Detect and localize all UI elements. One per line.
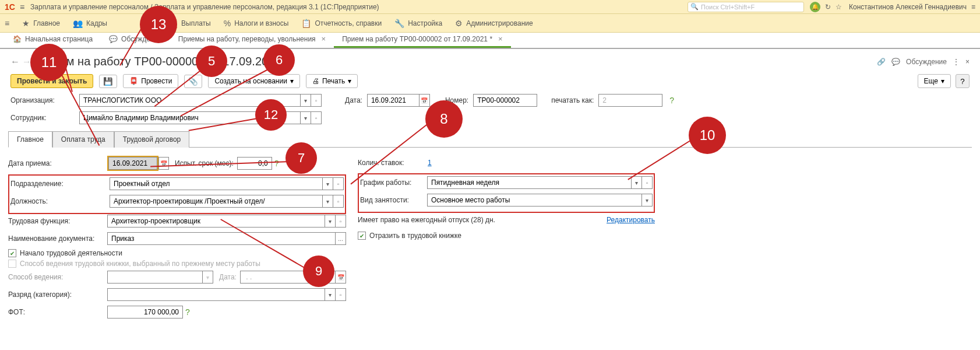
discuss-icon[interactable]: 💬 [891, 58, 900, 66]
schedule-label: График работы: [360, 178, 427, 187]
menu-nastroika[interactable]: 🔧Настройка [394, 19, 442, 28]
hire-date-label: Дата приема: [8, 159, 107, 167]
docname-label: Наименование документа: [8, 235, 107, 243]
dropdown-button[interactable]: ▾ [325, 288, 336, 301]
open-button[interactable]: ▫ [333, 195, 344, 208]
dropdown-button[interactable]: ▾ [323, 177, 333, 190]
page-title: Прием на работу ТР00-000002 от 17.09.202… [38, 55, 877, 68]
menu-main[interactable]: ★Главное [22, 19, 60, 28]
menu-kadry[interactable]: 👥Кадры [73, 19, 107, 28]
func-input[interactable] [107, 215, 325, 228]
docname-input[interactable] [107, 232, 336, 245]
position-label: Должность: [10, 197, 110, 205]
dropdown-button[interactable]: ▾ [632, 176, 642, 189]
post-icon: 📮 [129, 77, 138, 85]
hint-icon[interactable]: ? [669, 96, 674, 105]
printas-input[interactable] [598, 94, 662, 107]
star-icon[interactable]: ☆ [836, 3, 842, 11]
calendar-icon: 📅 [336, 271, 346, 284]
close-page-icon[interactable]: × [965, 58, 970, 66]
marker-11: 11 [30, 44, 68, 81]
calendar-icon[interactable]: 📅 [420, 94, 430, 107]
open-button[interactable]: ▫ [642, 176, 653, 189]
chevron-down-icon: ▾ [941, 77, 944, 85]
menu-nalogi[interactable]: %Налоги и взносы [224, 19, 289, 28]
chevron-down-icon: ▾ [348, 77, 351, 85]
bell-icon[interactable]: 🔔 [810, 2, 820, 12]
close-icon[interactable]: × [322, 34, 326, 43]
rank-input[interactable] [107, 288, 325, 301]
fot-input[interactable] [107, 306, 183, 318]
hint-icon[interactable]: ? [185, 307, 190, 317]
workbook-checkbox[interactable]: ✔ [358, 232, 366, 240]
chat-icon: 💬 [109, 35, 118, 43]
form-content: Дата приема: 📅 Испыт. срок (мес): ? Подр… [0, 148, 980, 323]
back-icon[interactable]: ← [10, 57, 20, 67]
marker-6: 6 [263, 44, 295, 76]
print-button[interactable]: 🖨Печать ▾ [306, 74, 358, 88]
tab-dogovor[interactable]: Трудовой договор [114, 131, 189, 148]
start-work-label: Начало трудовой деятельности [20, 249, 122, 257]
rank-label: Разряд (категория): [8, 290, 107, 299]
employee-row: Сотрудник: ▾ ▫ [0, 109, 980, 127]
chevron-down-icon: ▾ [290, 77, 294, 85]
tab-priem-doc[interactable]: Прием на работу ТР00-000002 от 17.09.202… [334, 32, 510, 48]
stavok-link[interactable]: 1 [428, 159, 432, 167]
menu-icon[interactable]: ≡ [971, 3, 975, 11]
hamburger-icon[interactable]: ≡ [20, 2, 24, 12]
menu-admin[interactable]: ⚙Администрирование [455, 19, 533, 28]
open-button[interactable]: ▫ [333, 177, 344, 190]
dropdown-button[interactable]: ▾ [301, 111, 311, 124]
hire-date-input[interactable] [108, 157, 157, 170]
schedule-input[interactable] [427, 176, 632, 189]
inner-tabs: Главное Оплата труда Трудовой договор [8, 131, 972, 148]
start-work-checkbox[interactable]: ✔ [8, 249, 16, 257]
tab-glavnoe[interactable]: Главное [8, 131, 52, 148]
kebab-icon[interactable]: ⋮ [953, 58, 960, 66]
edit-link[interactable]: Редактировать [607, 216, 655, 224]
discuss-label[interactable]: Обсуждение [906, 58, 947, 66]
org-row: Организация: ▾ ▫ Дата: 📅 Номер: печатать… [0, 92, 980, 109]
provesti-button[interactable]: 📮Провести [123, 74, 178, 88]
emptype-input[interactable] [427, 194, 642, 206]
printas-label: печатать как: [551, 96, 594, 104]
dept-input[interactable] [110, 177, 323, 190]
close-icon[interactable]: × [498, 34, 503, 43]
dropdown-button[interactable]: ▾ [325, 215, 336, 228]
history-icon[interactable]: ↻ [825, 3, 831, 11]
menu-otchet[interactable]: 📋Отчетность, справки [301, 19, 382, 28]
tab-priemy[interactable]: Приемы на работу, переводы, увольнения× [170, 32, 334, 48]
logo-1c: 1C [5, 2, 15, 12]
open-button[interactable]: ▫ [311, 94, 322, 107]
link-icon[interactable]: 🔗 [877, 58, 886, 66]
marker-9: 9 [303, 256, 334, 287]
search-input[interactable]: 🔍 Поиск Ctrl+Shift+F [688, 2, 804, 12]
dropdown-button[interactable]: ▾ [642, 194, 653, 206]
more-button[interactable]: Еще ▾ [918, 74, 951, 88]
fot-label: ФОТ: [8, 308, 107, 316]
dept-label: Подразделение: [10, 180, 110, 188]
open-button[interactable]: ▫ [311, 111, 322, 124]
employee-label: Сотрудник: [10, 114, 75, 122]
schedule-emptype-group: График работы: ▾▫ Вид занятости: ▾ [358, 173, 655, 213]
search-icon: 🔍 [690, 3, 699, 10]
position-input[interactable] [110, 195, 323, 208]
save-icon-button[interactable]: 💾 [99, 75, 117, 88]
user-name[interactable]: Константинов Алексей Геннадиевич [849, 3, 967, 11]
menu-burger[interactable]: ≡ [5, 19, 9, 28]
help-button[interactable]: ? [956, 74, 970, 88]
marker-12: 12 [255, 99, 287, 131]
dropdown-button[interactable]: ▾ [301, 94, 311, 107]
tab-oplata[interactable]: Оплата труда [52, 131, 114, 148]
dropdown-button[interactable]: ▾ [323, 195, 333, 208]
dept-position-group: Подразделение: ▾▫ Должность: ▾▫ [8, 174, 346, 214]
open-button[interactable]: ▫ [336, 288, 346, 301]
calendar-icon[interactable]: 📅 [158, 157, 169, 170]
hint-icon[interactable]: ? [274, 159, 279, 168]
number-input[interactable] [473, 94, 537, 107]
stavok-label: Колич. ставок: [358, 159, 428, 167]
date-input[interactable] [367, 94, 420, 107]
ellipsis-button[interactable]: ... [336, 232, 346, 245]
app-title: Зарплата и управление персоналом / Зарпл… [30, 3, 688, 11]
open-button[interactable]: ▫ [336, 215, 346, 228]
